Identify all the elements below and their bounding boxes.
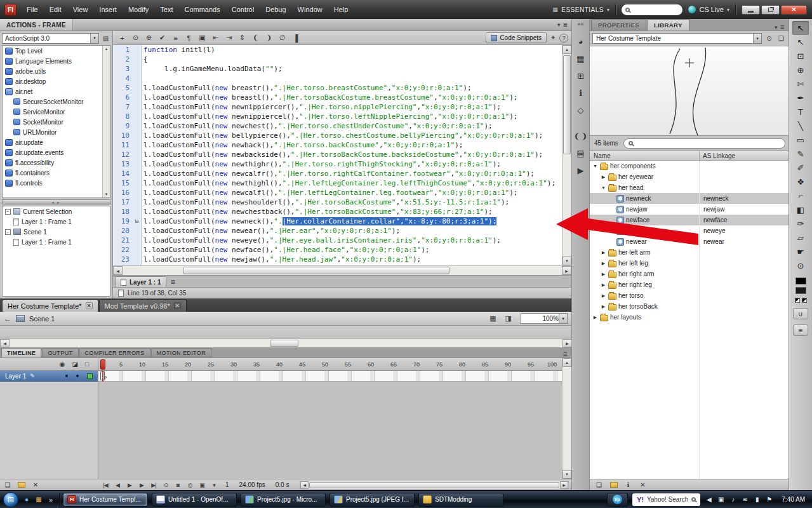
fill-color-swatch[interactable] (795, 287, 806, 294)
tool-options-toggle[interactable]: ≡ (793, 324, 808, 336)
scroll-right-icon[interactable]: ▶ (562, 266, 571, 275)
fold-marker-icon[interactable] (132, 121, 142, 131)
fold-marker-icon[interactable] (132, 93, 142, 102)
library-item-row[interactable]: ▶ her left arm (590, 247, 789, 258)
show-hide-all-layers-icon[interactable]: ◉ (60, 361, 65, 368)
expand-arrow-icon[interactable]: ▶ (601, 293, 606, 298)
fold-marker-icon[interactable]: ⊟ (132, 217, 142, 226)
timeline-vertical-scrollbar[interactable]: ▲ ▼ (562, 358, 571, 479)
tree-item[interactable]: air.update (3, 137, 110, 147)
center-frame-button[interactable]: ⊙ (160, 481, 171, 490)
display-tray-icon[interactable]: ▣ (717, 496, 725, 503)
code-vertical-scrollbar[interactable]: ▲ ▼ (562, 45, 571, 265)
timeline-tab[interactable]: TIMELINE (1, 348, 41, 358)
code-snippets-button[interactable]: Code Snippets (486, 32, 547, 43)
column-header-linkage[interactable]: AS Linkage (700, 151, 789, 160)
fold-marker-icon[interactable] (132, 150, 142, 159)
document-tab[interactable]: Her Costume Template* ✕ (2, 299, 98, 312)
fold-marker-icon[interactable] (132, 188, 142, 197)
library-item-row[interactable]: ▶ her right leg (590, 279, 789, 290)
add-script-icon[interactable]: + (116, 32, 128, 43)
library-item-row[interactable]: newjaw newjaw (590, 204, 789, 215)
actions-panel-title[interactable]: ACTIONS - FRAME (0, 19, 73, 30)
item-properties-button[interactable]: ℹ (623, 481, 633, 490)
auto-format-icon[interactable]: ≡ (170, 32, 182, 43)
library-item-row[interactable]: ▶ her eyewear (590, 171, 789, 182)
tree-item[interactable]: fl.containers (3, 168, 110, 178)
expand-arrow-icon[interactable]: ▶ (601, 283, 606, 288)
taskbar-window-button[interactable]: Project5.jpg - Micro... (241, 493, 326, 507)
menu-item[interactable]: Edit (44, 0, 67, 19)
taskbar-window-button[interactable]: SDTModding (418, 493, 503, 507)
column-header-name[interactable]: Name (590, 151, 700, 160)
text-tool[interactable]: T (792, 105, 809, 119)
transform-panel-icon[interactable]: ◇ (573, 102, 589, 119)
taskbar-window-button[interactable]: Untitled 1 - OpenOf... (152, 493, 237, 507)
fold-marker-icon[interactable] (132, 131, 142, 140)
apply-block-comment-icon[interactable]: ❨ (250, 32, 262, 43)
fold-marker-icon[interactable] (132, 207, 142, 217)
fold-marker-icon[interactable] (132, 226, 142, 236)
scroll-left-icon[interactable]: ◀ (300, 481, 309, 489)
action-center-tray-icon[interactable]: ⚑ (765, 496, 773, 503)
script-language-select[interactable]: ActionScript 3.0 ▾ (2, 33, 99, 44)
taskbar-window-button[interactable]: Project5.jpg (JPEG I... (329, 493, 415, 507)
scroll-left-icon[interactable]: ◀ (0, 339, 10, 347)
new-layer-button[interactable]: ❏ (3, 481, 13, 490)
sidebar-splitter[interactable]: ◂ ▸ (2, 199, 110, 204)
lasso-tool[interactable]: ✄ (792, 77, 809, 91)
3d-rotation-tool[interactable]: ⊕ (792, 63, 809, 77)
rectangle-tool[interactable]: ▭ (792, 133, 809, 147)
expand-arrow-icon[interactable]: ▶ (592, 315, 598, 320)
quick-launch-browser-icon[interactable]: ● (22, 495, 32, 505)
back-button[interactable]: ← (4, 314, 11, 323)
fold-marker-icon[interactable] (132, 45, 142, 55)
expand-arrow-icon[interactable]: ▼ (592, 164, 598, 168)
scroll-right-icon[interactable]: ▶ (562, 339, 572, 347)
library-item-row[interactable]: ▶ her right arm (590, 269, 789, 279)
fold-marker-icon[interactable] (132, 236, 142, 245)
library-item-row[interactable]: ▼ her head (590, 182, 789, 193)
tree-item[interactable]: air.update.events (3, 147, 110, 157)
fold-marker-icon[interactable] (132, 55, 142, 64)
close-tab-icon[interactable]: ✕ (174, 302, 181, 309)
script-tab[interactable]: Layer 1 : 1 (115, 276, 166, 287)
tree-item[interactable]: Language Elements (3, 56, 110, 66)
fold-marker-icon[interactable] (132, 178, 142, 188)
library-panel-menu[interactable]: ▾ ≣ (775, 24, 789, 30)
debug-options-icon[interactable]: ▣ (196, 32, 208, 43)
expand-arrow-icon[interactable]: ▶ (601, 261, 606, 266)
menu-item[interactable]: Control (226, 0, 260, 19)
expand-arrow-icon[interactable]: ▶ (601, 175, 606, 180)
layer-outline-color[interactable] (87, 373, 93, 379)
fold-marker-icon[interactable] (132, 83, 142, 93)
document-tab[interactable]: Mod Template v0.96* ✕ (99, 299, 187, 312)
edit-symbols-button[interactable]: ◨▾ (505, 314, 516, 323)
find-icon[interactable]: ⊙ (130, 32, 142, 43)
collapse-selection-icon[interactable]: ⇥ (223, 32, 235, 43)
brush-tool[interactable]: ✐ (792, 161, 809, 175)
hidden-icons-chevron[interactable]: ◀ (705, 496, 713, 503)
pencil-tool[interactable]: ✎ (792, 147, 809, 161)
yahoo-search-input[interactable]: Y! Yahoo! Search (632, 493, 700, 506)
timeline-tab[interactable]: COMPILER ERRORS (79, 348, 150, 358)
menu-item[interactable]: Help (328, 0, 354, 19)
fold-marker-icon[interactable] (132, 140, 142, 150)
align-panel-icon[interactable]: ⊞ (573, 67, 589, 84)
insert-target-path-icon[interactable]: ⊕ (143, 32, 155, 43)
workspace-switcher[interactable]: ▦ ESSENTIALS ▾ (552, 6, 609, 13)
scene-label[interactable]: Scene 1 (29, 315, 55, 323)
fold-marker-icon[interactable] (132, 255, 142, 264)
stage-area[interactable] (0, 326, 572, 338)
collapse-box-icon[interactable]: − (5, 229, 11, 235)
close-button[interactable]: ✕ (781, 5, 807, 15)
help-icon[interactable]: ? (559, 34, 568, 43)
show-hide-toolbox-icon[interactable]: ▐ (290, 32, 302, 43)
fold-marker-icon[interactable] (132, 169, 142, 178)
timeline-tab[interactable]: OUTPUT (42, 348, 78, 358)
expand-arrow-icon[interactable]: ▶ (601, 272, 606, 277)
quick-launch-media-icon[interactable]: ▦ (34, 495, 44, 505)
edit-scene-button[interactable]: ▦▾ (489, 314, 500, 323)
layer-frames-track[interactable] (98, 371, 562, 382)
expand-arrow-icon[interactable]: ▶ (601, 250, 606, 255)
